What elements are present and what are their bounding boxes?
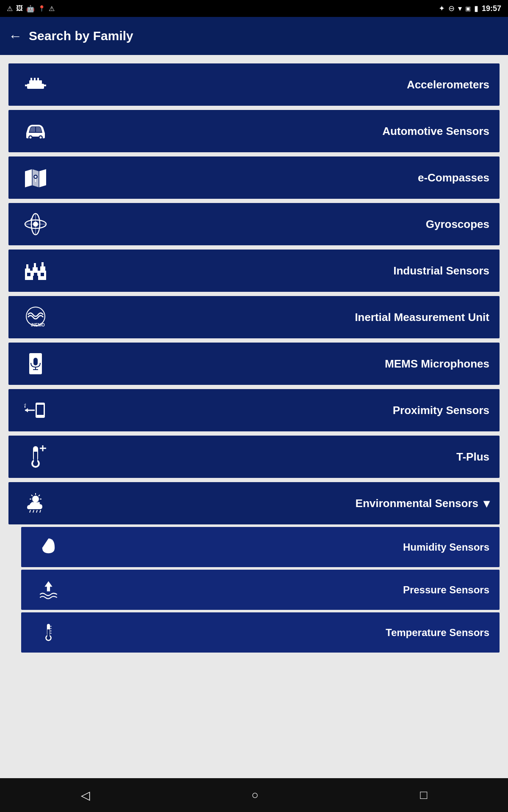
list-item-environmental[interactable]: Environmental Sensors ▾ (8, 482, 500, 524)
list-item-mems[interactable]: MEMS Microphones (8, 343, 500, 385)
android-icon: 🤖 (26, 5, 35, 13)
svg-rect-40 (37, 405, 44, 415)
svg-rect-5 (34, 78, 36, 80)
list-item-humidity[interactable]: Humidity Sensors (21, 527, 500, 567)
svg-rect-47 (34, 452, 37, 462)
accelerometer-icon (19, 72, 52, 97)
environmental-label: Environmental Sensors ▾ (356, 497, 489, 510)
list-item-pressure[interactable]: Pressure Sensors (21, 570, 500, 610)
bluetooth-icon: ✦ (439, 4, 445, 13)
list-item-imu[interactable]: iNEMO Inertial Measurement Unit (8, 296, 500, 338)
temperature-label: Temperature Sensors (386, 627, 489, 639)
svg-text:iNEMO: iNEMO (31, 323, 45, 327)
environmental-sub-items: Humidity Sensors Pressure Sensors (21, 527, 500, 653)
svg-rect-24 (33, 267, 38, 271)
back-button[interactable]: ← (8, 28, 22, 44)
nav-home-button[interactable]: ○ (235, 784, 276, 806)
chevron-down-icon: ▾ (483, 497, 489, 510)
imu-label: Inertial Measurement Unit (355, 311, 489, 324)
image-icon: 🖼 (16, 5, 23, 12)
svg-rect-4 (30, 78, 32, 80)
svg-point-68 (46, 636, 50, 640)
svg-line-62 (36, 510, 37, 513)
page-title: Search by Family (29, 29, 133, 43)
list-item-gyroscopes[interactable]: Gyroscopes (8, 203, 500, 245)
environmental-icon (19, 491, 52, 516)
warning-icon: ⚠ (7, 5, 13, 13)
gyroscope-icon (19, 211, 52, 237)
svg-rect-3 (43, 85, 46, 86)
status-icons-left: ⚠ 🖼 🤖 📍 ⚠ (7, 5, 55, 13)
mems-label: MEMS Microphones (385, 357, 489, 370)
svg-rect-31 (41, 273, 44, 276)
pressure-icon (31, 578, 65, 601)
industrial-label: Industrial Sensors (393, 264, 489, 277)
nav-bar: ◁ ○ □ (0, 778, 508, 812)
tplus-label: T-Plus (456, 450, 489, 464)
pressure-label: Pressure Sensors (403, 584, 489, 596)
gyroscopes-label: Gyroscopes (426, 218, 489, 231)
accelerometers-label: Accelerometers (407, 78, 489, 91)
svg-rect-26 (26, 264, 28, 269)
list-item-accelerometers[interactable]: Accelerometers (8, 63, 500, 106)
svg-point-48 (33, 461, 38, 466)
svg-point-14 (35, 176, 37, 178)
svg-rect-27 (34, 263, 36, 267)
list-item-tplus[interactable]: T-Plus (8, 436, 500, 478)
compass-icon (19, 165, 52, 190)
tplus-icon (19, 444, 52, 469)
nav-recent-button[interactable]: □ (403, 784, 444, 806)
svg-line-60 (30, 510, 30, 513)
svg-marker-64 (44, 581, 52, 591)
list-item-temperature[interactable]: Temperature Sensors (21, 612, 500, 653)
microphone-icon (19, 351, 52, 376)
svg-rect-30 (34, 273, 37, 276)
svg-rect-6 (37, 78, 39, 80)
wifi-icon: ▾ (458, 4, 462, 13)
svg-text:d: d (24, 403, 26, 406)
svg-rect-1 (29, 80, 42, 84)
battery-icon: ▮ (474, 4, 478, 13)
svg-rect-28 (41, 262, 44, 266)
automotive-icon (19, 118, 52, 144)
humidity-label: Humidity Sensors (403, 541, 489, 553)
svg-rect-32 (33, 276, 38, 280)
list-item-proximity[interactable]: d Proximity Sensors (8, 389, 500, 431)
minus-circle-icon: ⊖ (448, 4, 455, 13)
svg-rect-25 (40, 266, 45, 271)
sim-icon: ▣ (465, 5, 471, 12)
humidity-icon (31, 535, 65, 559)
svg-line-61 (33, 510, 34, 513)
status-icons-right: ✦ ⊖ ▾ ▣ ▮ 19:57 (439, 4, 501, 13)
proximity-label: Proximity Sensors (393, 404, 489, 417)
svg-line-56 (31, 495, 33, 496)
svg-point-10 (40, 137, 42, 139)
svg-line-58 (39, 495, 40, 496)
nav-back-button[interactable]: ◁ (64, 784, 107, 807)
svg-line-63 (40, 510, 41, 513)
list-item-ecompasses[interactable]: e-Compasses (8, 156, 500, 199)
alert2-icon: ⚠ (49, 5, 55, 13)
ecompasses-label: e-Compasses (418, 171, 489, 184)
automotive-label: Automotive Sensors (382, 125, 489, 138)
svg-rect-0 (27, 84, 44, 89)
svg-rect-29 (27, 273, 30, 276)
svg-rect-23 (25, 269, 30, 271)
status-bar: ⚠ 🖼 🤖 📍 ⚠ ✦ ⊖ ▾ ▣ ▮ 19:57 (0, 0, 508, 17)
proximity-icon: d (19, 398, 52, 423)
svg-point-51 (32, 496, 39, 502)
svg-point-9 (30, 137, 32, 139)
content-area: Accelerometers Automotive Sensors (0, 55, 508, 778)
list-item-industrial[interactable]: Industrial Sensors (8, 250, 500, 292)
industrial-icon (19, 258, 52, 283)
list-item-automotive[interactable]: Automotive Sensors (8, 110, 500, 152)
inemo-icon: iNEMO (19, 304, 52, 330)
svg-rect-36 (33, 358, 38, 365)
app-bar: ← Search by Family (0, 17, 508, 55)
temperature-icon (31, 621, 65, 644)
svg-marker-42 (25, 408, 28, 412)
status-time: 19:57 (482, 4, 501, 13)
location-icon: 📍 (38, 5, 45, 12)
svg-rect-2 (25, 85, 28, 86)
